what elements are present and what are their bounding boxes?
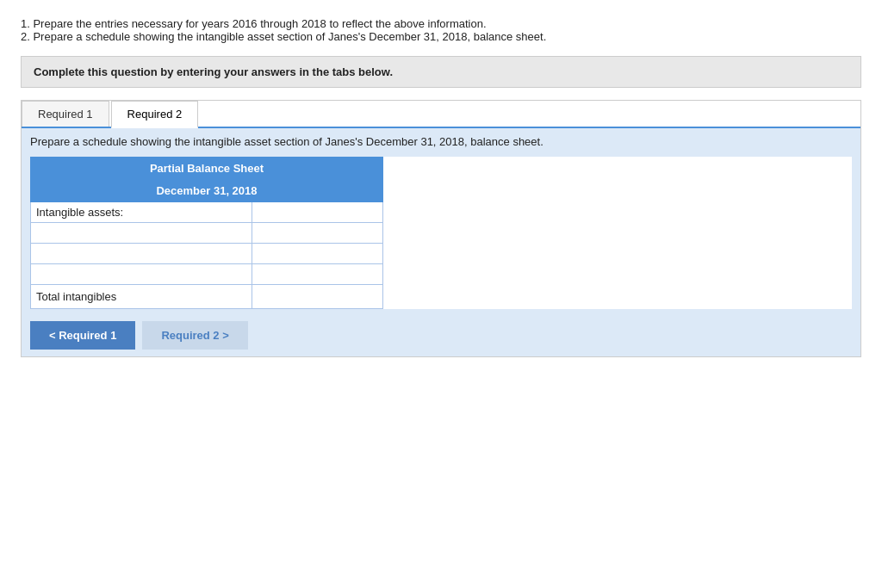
table-row (31, 244, 383, 264)
row3-value-input[interactable] (258, 266, 377, 282)
required2-button[interactable]: Required 2 > (142, 321, 247, 350)
intangible-assets-value (252, 202, 383, 223)
required1-button[interactable]: < Required 1 (30, 321, 135, 350)
row2-value-input[interactable] (258, 245, 377, 262)
banner-text: Complete this question by entering your … (34, 65, 393, 78)
row3-label-cell (31, 264, 252, 285)
intangible-assets-label: Intangible assets: (31, 202, 252, 223)
complete-banner: Complete this question by entering your … (21, 56, 861, 88)
total-label: Total intangibles (31, 285, 252, 309)
tab-required1[interactable]: Required 1 (22, 101, 109, 127)
total-value-input[interactable] (258, 288, 377, 305)
tabs-container: Required 1 Required 2 Prepare a schedule… (21, 100, 861, 357)
row3-label-input[interactable] (36, 266, 246, 282)
row1-label-cell (31, 223, 252, 244)
bottom-buttons: < Required 1 Required 2 > (30, 321, 852, 350)
total-value-cell (252, 285, 383, 309)
balance-sheet-wrapper: Partial Balance Sheet December 31, 2018 … (30, 157, 852, 309)
row1-value-cell (252, 223, 383, 244)
instruction-line2: 2. Prepare a schedule showing the intang… (21, 30, 861, 43)
row3-value-cell (252, 264, 383, 285)
row2-label-cell (31, 244, 252, 264)
total-row: Total intangibles (31, 285, 383, 309)
table-row (31, 264, 383, 285)
tabs-row: Required 1 Required 2 (22, 101, 860, 128)
tab-description: Prepare a schedule showing the intangibl… (30, 135, 543, 148)
row1-value-input[interactable] (258, 225, 377, 241)
balance-sheet-title2: December 31, 2018 (31, 180, 383, 202)
balance-sheet-table: Partial Balance Sheet December 31, 2018 … (30, 157, 383, 309)
instruction-line1: 1. Prepare the entries necessary for yea… (21, 17, 861, 30)
header-row-title: Partial Balance Sheet (31, 158, 383, 180)
row2-value-cell (252, 244, 383, 264)
intangible-assets-label-row: Intangible assets: (31, 202, 383, 223)
row1-label-input[interactable] (36, 225, 246, 241)
instructions-section: 1. Prepare the entries necessary for yea… (21, 17, 861, 43)
tab-required2[interactable]: Required 2 (111, 101, 199, 128)
row2-label-input[interactable] (36, 245, 246, 262)
balance-sheet-title1: Partial Balance Sheet (31, 158, 383, 180)
table-row (31, 223, 383, 244)
header-row-date: December 31, 2018 (31, 180, 383, 202)
tab-content: Prepare a schedule showing the intangibl… (22, 128, 860, 356)
